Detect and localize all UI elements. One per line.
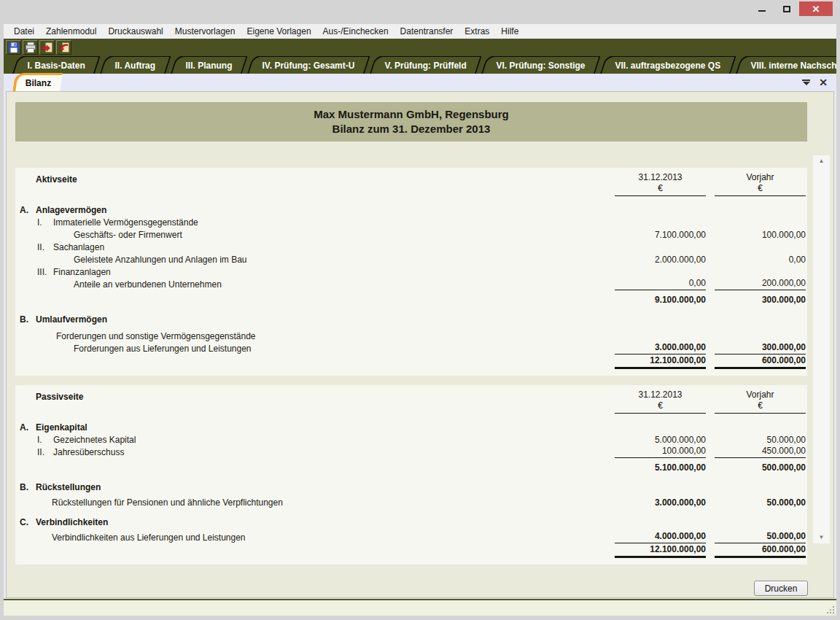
passivseite-panel: Passivseite 31.12.2013€ Vorjahr€ A.Eigen…	[15, 385, 807, 565]
company-title: Max Mustermann GmbH, Regensburg	[314, 107, 509, 122]
tab-i-basis-daten[interactable]: I. Basis-Daten	[12, 56, 101, 74]
column-header-prior: Vorjahr€	[715, 390, 806, 414]
tab-v-prüfung-prüffeld[interactable]: V. Prüfung: Prüffeld	[370, 56, 482, 74]
collapse-panel-icon[interactable]	[802, 80, 810, 85]
amount-cell: 50.000,00	[715, 435, 806, 446]
amount-cell: 7.100.000,00	[615, 230, 706, 241]
amount-cell: 0,00	[615, 278, 706, 290]
scroll-down-icon[interactable]: ▼	[819, 535, 825, 540]
balance-row: B.Umlaufvermögen	[15, 313, 807, 325]
amount-cell: 9.100.000,00	[615, 295, 706, 306]
amount-cell: 2.000.000,00	[615, 255, 706, 266]
balance-row: C.Verbindlichkeiten	[15, 516, 807, 528]
vertical-scrollbar[interactable]: ▲ ▼	[813, 155, 830, 543]
tab-viii-interne-nachschau[interactable]: VIII. interne Nachschau	[736, 56, 836, 74]
application-window: ✕ DateiZahlenmodulDruckauswahlMustervorl…	[0, 0, 840, 620]
print-button[interactable]: Drucken	[754, 581, 808, 596]
resize-grip-icon[interactable]	[825, 604, 834, 613]
amount-cell: 0,00	[715, 255, 806, 266]
report-subtitle: Bilanz zum 31. Dezember 2013	[332, 122, 491, 136]
balance-row: II.Sachanlagen	[15, 241, 807, 253]
balance-row: Geschäfts- oder Firmenwert7.100.000,0010…	[15, 228, 807, 241]
menu-item-datei[interactable]: Datei	[8, 25, 40, 38]
balance-row: I.Immaterielle Vermögensgegenstände	[15, 216, 807, 228]
toolbar	[4, 39, 836, 56]
menu-item-zahlenmodul[interactable]: Zahlenmodul	[40, 25, 102, 38]
amount-cell: 300.000,00	[715, 295, 806, 306]
amount-cell: 450.000,00	[715, 446, 806, 458]
menu-item-extras[interactable]: Extras	[459, 25, 495, 38]
amount-cell: 200.000,00	[715, 278, 806, 290]
window-controls: ✕	[750, 1, 833, 16]
minimize-button[interactable]	[750, 1, 774, 16]
scroll-up-icon[interactable]: ▲	[819, 158, 825, 164]
tab-bilanz[interactable]: Bilanz	[12, 73, 63, 91]
balance-row: B.Rückstellungen	[15, 481, 807, 493]
balance-row: I.Gezeichnetes Kapital5.000.000,0050.000…	[15, 433, 807, 446]
amount-cell: 5.000.000,00	[615, 435, 706, 446]
balance-row: A.Eigenkapital	[15, 421, 807, 433]
amount-cell: 50.000,00	[715, 497, 806, 508]
balance-row: II.Jahresüberschuss100.000,00450.000,00	[15, 446, 807, 458]
tab-iii-planung[interactable]: III. Planung	[171, 56, 248, 74]
balance-row: 12.100.000,00600.000,00	[15, 355, 807, 369]
balance-row: 12.100.000,00600.000,00	[15, 544, 807, 558]
balance-row: A.Anlagevermögen	[15, 204, 807, 216]
report-area: Max Mustermann GmbH, Regensburg Bilanz z…	[6, 91, 834, 598]
report-title-band: Max Mustermann GmbH, Regensburg Bilanz z…	[15, 102, 807, 142]
balance-row: 9.100.000,00300.000,00	[15, 293, 807, 306]
amount-cell: 5.100.000,00	[615, 462, 706, 473]
amount-cell: 12.100.000,00	[615, 355, 706, 369]
document-tab-row: Bilanz ✕	[4, 74, 836, 91]
section-title-passivseite: Passivseite	[36, 390, 83, 402]
status-bar	[4, 599, 836, 616]
column-headers: 31.12.2013€ Vorjahr€	[615, 390, 807, 414]
save-icon[interactable]	[6, 40, 21, 55]
menu-item-hilfe[interactable]: Hilfe	[495, 25, 524, 38]
app-frame: DateiZahlenmodulDruckauswahlMustervorlag…	[4, 24, 836, 616]
checkout-icon[interactable]	[39, 40, 55, 55]
maximize-button[interactable]	[774, 1, 799, 16]
balance-row: 5.100.000,00500.000,00	[15, 461, 807, 473]
menu-item-datentransfer[interactable]: Datentransfer	[394, 25, 459, 38]
amount-cell: 50.000,00	[715, 531, 806, 543]
balance-row: Forderungen und sonstige Vermögensgegens…	[15, 330, 807, 342]
column-header-current: 31.12.2013€	[615, 172, 706, 196]
amount-cell: 100.000,00	[615, 446, 706, 458]
tab-ii-auftrag[interactable]: II. Auftrag	[100, 56, 171, 74]
amount-cell: 3.000.000,00	[615, 497, 706, 508]
column-header-prior: Vorjahr€	[715, 172, 806, 196]
amount-cell: 3.000.000,00	[615, 342, 706, 354]
column-headers: 31.12.2013€ Vorjahr€	[615, 172, 807, 196]
section-title-aktivseite: Aktivseite	[36, 172, 77, 185]
tab-vii-auftragsbezogene-qs[interactable]: VII. auftragsbezogene QS	[600, 56, 736, 74]
tab-iv-prüfung-gesamt-u[interactable]: IV. Prüfung: Gesamt-U	[247, 56, 370, 74]
amount-cell: 12.100.000,00	[615, 544, 706, 558]
menu-item-mustervorlagen[interactable]: Mustervorlagen	[169, 25, 241, 38]
aktivseite-panel: Aktivseite 31.12.2013€ Vorjahr€ A.Anlage…	[15, 168, 807, 376]
amount-cell: 600.000,00	[715, 355, 806, 369]
balance-row: III.Finanzanlagen	[15, 266, 807, 278]
amount-cell: 600.000,00	[715, 544, 806, 558]
close-document-icon[interactable]: ✕	[819, 78, 828, 87]
amount-cell: 500.000,00	[715, 462, 806, 473]
title-bar: ✕	[0, 0, 840, 24]
print-icon[interactable]	[23, 40, 38, 55]
menu-bar: DateiZahlenmodulDruckauswahlMustervorlag…	[4, 24, 836, 39]
balance-row: Rückstellungen für Pensionen und ähnlich…	[15, 496, 807, 508]
menu-item-aus-einchecken[interactable]: Aus-/Einchecken	[317, 25, 394, 38]
amount-cell: 300.000,00	[715, 342, 806, 354]
tab-vi-prüfung-sonstige[interactable]: VI. Prüfung: Sonstige	[481, 56, 601, 74]
amount-cell: 100.000,00	[715, 230, 806, 241]
checkin-icon[interactable]	[56, 40, 71, 55]
balance-row: Forderungen aus Lieferungen und Leistung…	[15, 342, 807, 354]
close-button[interactable]: ✕	[799, 1, 833, 16]
menu-item-druckauswahl[interactable]: Druckauswahl	[102, 25, 168, 38]
main-tab-bar: I. Basis-DatenII. AuftragIII. PlanungIV.…	[4, 56, 836, 74]
amount-cell: 4.000.000,00	[615, 531, 706, 543]
balance-row: Anteile an verbundenen Unternehmen0,0020…	[15, 278, 807, 290]
column-header-current: 31.12.2013€	[615, 390, 706, 414]
menu-item-eigene-vorlagen[interactable]: Eigene Vorlagen	[241, 25, 316, 38]
balance-row: Verbindlichkeiten aus Lieferungen und Le…	[15, 531, 807, 543]
balance-row: Geleistete Anzahlungen und Anlagen im Ba…	[15, 253, 807, 266]
